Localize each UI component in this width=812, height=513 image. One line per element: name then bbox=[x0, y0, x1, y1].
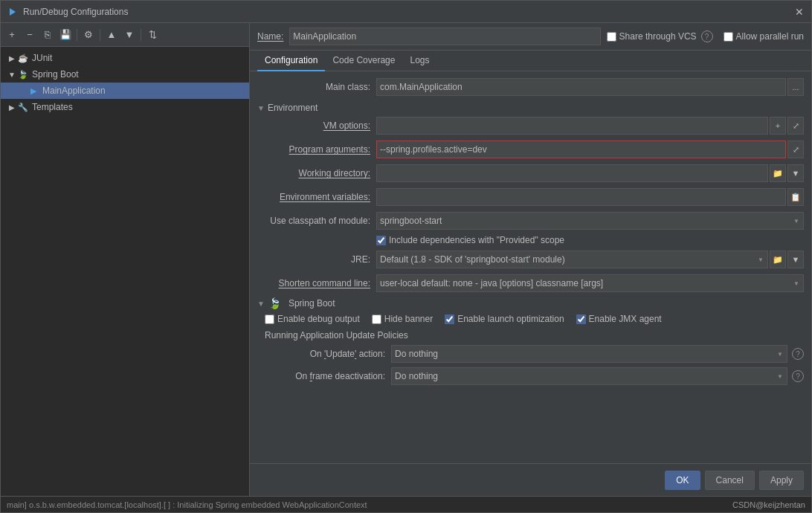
right-panel: Name: Share through VCS ? Allow parallel… bbox=[250, 23, 811, 496]
working-directory-label: Working directory: bbox=[257, 168, 376, 178]
status-bar: main] o.s.b.w.embedded.tomcat.[localhost… bbox=[1, 496, 811, 512]
vm-options-input[interactable] bbox=[376, 117, 768, 135]
on-update-row: On 'Update' action: Do nothing ? bbox=[265, 345, 804, 363]
status-text: main] o.s.b.w.embedded.tomcat.[localhost… bbox=[7, 500, 732, 509]
tabs-bar: Configuration Code Coverage Logs bbox=[250, 51, 811, 71]
include-dependencies-text: Include dependencies with "Provided" sco… bbox=[389, 235, 564, 245]
configuration-tree: ▶ ☕ JUnit ▼ 🍃 Spring Boot ▶ ▶ MainApplic… bbox=[1, 47, 249, 496]
sort-button[interactable]: ⇅ bbox=[144, 27, 161, 43]
separator2 bbox=[100, 29, 100, 41]
program-arguments-label: Program arguments: bbox=[257, 144, 376, 155]
jmx-agent-text: Enable JMX agent bbox=[589, 314, 662, 324]
env-variables-browse-button[interactable]: 📋 bbox=[787, 188, 804, 206]
tree-item-templates[interactable]: ▶ 🔧 Templates bbox=[1, 99, 249, 115]
move-up-button[interactable]: ▲ bbox=[103, 27, 120, 43]
on-frame-deactivation-row: On frame deactivation: Do nothing ? bbox=[265, 367, 804, 385]
working-directory-input[interactable] bbox=[376, 164, 768, 182]
on-frame-deactivation-help-icon[interactable]: ? bbox=[792, 370, 804, 382]
vm-add-button[interactable]: + bbox=[770, 117, 786, 135]
close-button[interactable]: ✕ bbox=[793, 6, 805, 18]
name-input[interactable] bbox=[289, 28, 600, 45]
jre-dropdown-button[interactable]: ▼ bbox=[787, 251, 804, 268]
launch-optimization-label[interactable]: Enable launch optimization bbox=[445, 314, 564, 324]
apply-button[interactable]: Apply bbox=[759, 471, 804, 490]
share-vcs-checkbox[interactable] bbox=[607, 32, 616, 42]
launch-optimization-text: Enable launch optimization bbox=[457, 314, 564, 324]
tree-item-mainapplication[interactable]: ▶ ▶ MainApplication bbox=[1, 83, 249, 99]
on-frame-deactivation-label: On frame deactivation: bbox=[265, 371, 391, 381]
tree-item-springboot[interactable]: ▼ 🍃 Spring Boot bbox=[1, 66, 249, 83]
jmx-agent-label[interactable]: Enable JMX agent bbox=[576, 314, 662, 324]
main-content: + − ⎘ 💾 ⚙ ▲ ▼ ⇅ ▶ ☕ JUnit bbox=[1, 23, 811, 496]
env-variables-input[interactable] bbox=[376, 188, 786, 206]
on-update-dropdown-wrap: Do nothing ? bbox=[391, 345, 804, 363]
include-dependencies-checkbox[interactable] bbox=[376, 236, 386, 245]
program-arguments-input-group: ⤢ bbox=[376, 141, 804, 158]
environment-arrow[interactable]: ▼ bbox=[257, 104, 265, 112]
remove-button[interactable]: − bbox=[22, 27, 38, 43]
templates-label: Templates bbox=[32, 102, 73, 112]
include-dependencies-label[interactable]: Include dependencies with "Provided" sco… bbox=[376, 235, 564, 245]
dialog-title: Run/Debug Configurations bbox=[23, 7, 793, 17]
on-frame-deactivation-dropdown-wrap: Do nothing ? bbox=[391, 367, 804, 385]
vm-expand-button[interactable]: ⤢ bbox=[787, 117, 804, 135]
main-class-input[interactable] bbox=[376, 78, 786, 96]
on-frame-deactivation-select-wrap: Do nothing bbox=[391, 367, 787, 385]
save-button[interactable]: 💾 bbox=[57, 27, 74, 43]
hide-banner-label[interactable]: Hide banner bbox=[372, 314, 433, 324]
running-update-title: Running Application Update Policies bbox=[265, 330, 804, 341]
expand-arrow: ▼ bbox=[7, 69, 17, 80]
expand-arrow: ▶ bbox=[7, 53, 17, 63]
working-directory-dropdown-button[interactable]: ▼ bbox=[787, 164, 804, 182]
tab-code-coverage[interactable]: Code Coverage bbox=[325, 51, 402, 71]
expand-arrow: ▶ bbox=[7, 102, 17, 112]
classpath-module-select[interactable]: springboot-start bbox=[376, 212, 804, 230]
ok-button[interactable]: OK bbox=[665, 471, 700, 490]
allow-parallel-label[interactable]: Allow parallel run bbox=[724, 31, 804, 42]
program-arguments-input[interactable] bbox=[376, 141, 786, 158]
jre-input-group: Default (1.8 - SDK of 'springboot-start'… bbox=[376, 251, 804, 268]
shorten-commandline-select[interactable]: user-local default: none - java [options… bbox=[376, 274, 804, 292]
on-update-help-icon[interactable]: ? bbox=[792, 348, 804, 360]
move-down-button[interactable]: ▼ bbox=[121, 27, 138, 43]
svg-marker-0 bbox=[10, 8, 16, 16]
debug-output-label[interactable]: Enable debug output bbox=[265, 314, 360, 324]
spring-boot-arrow[interactable]: ▼ bbox=[257, 300, 265, 308]
working-directory-browse-button[interactable]: 📁 bbox=[770, 164, 786, 182]
hide-banner-checkbox[interactable] bbox=[372, 314, 381, 324]
env-variables-input-group: 📋 bbox=[376, 188, 804, 206]
watermark: CSDN@keijzhentan bbox=[732, 500, 805, 509]
settings-button[interactable]: ⚙ bbox=[80, 27, 97, 43]
copy-button[interactable]: ⎘ bbox=[39, 27, 56, 43]
on-frame-deactivation-select[interactable]: Do nothing bbox=[391, 367, 787, 385]
shorten-commandline-row: Shorten command line: user-local default… bbox=[257, 274, 804, 293]
share-help-icon[interactable]: ? bbox=[701, 30, 713, 42]
launch-optimization-checkbox[interactable] bbox=[445, 314, 454, 324]
cancel-button[interactable]: Cancel bbox=[705, 471, 755, 490]
separator3 bbox=[141, 29, 141, 41]
tab-configuration[interactable]: Configuration bbox=[257, 51, 325, 71]
share-vcs-label[interactable]: Share through VCS bbox=[607, 31, 697, 42]
shorten-commandline-label: Shorten command line: bbox=[257, 278, 376, 288]
environment-section-header: ▼ Environment bbox=[257, 103, 804, 113]
jre-browse-button[interactable]: 📁 bbox=[770, 251, 786, 268]
separator bbox=[77, 29, 77, 41]
config-content: Main class: ... ▼ Environment VM options… bbox=[250, 71, 811, 463]
tree-item-junit[interactable]: ▶ ☕ JUnit bbox=[1, 50, 249, 66]
vm-options-label: VM options: bbox=[257, 120, 376, 131]
environment-label: Environment bbox=[268, 103, 318, 113]
jmx-agent-checkbox[interactable] bbox=[576, 314, 586, 324]
tab-logs[interactable]: Logs bbox=[402, 51, 436, 71]
program-arguments-expand-button[interactable]: ⤢ bbox=[787, 141, 804, 158]
allow-parallel-checkbox[interactable] bbox=[724, 32, 733, 42]
main-class-input-group: ... bbox=[376, 78, 804, 96]
spring-boot-section: ▼ 🍃 Spring Boot Enable debug output Hide… bbox=[257, 297, 804, 385]
add-button[interactable]: + bbox=[4, 27, 20, 43]
title-bar: Run/Debug Configurations ✕ bbox=[1, 1, 811, 23]
working-directory-input-group: 📁 ▼ bbox=[376, 164, 804, 182]
on-update-select[interactable]: Do nothing bbox=[391, 345, 787, 363]
debug-output-checkbox[interactable] bbox=[265, 314, 274, 324]
jre-select[interactable]: Default (1.8 - SDK of 'springboot-start'… bbox=[376, 251, 768, 268]
jre-label: JRE: bbox=[257, 254, 376, 265]
main-class-browse-button[interactable]: ... bbox=[787, 78, 804, 96]
